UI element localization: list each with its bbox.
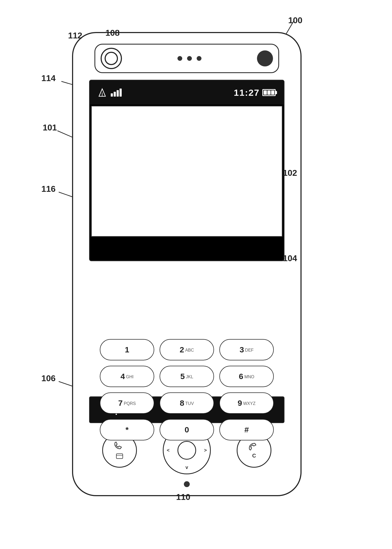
key-4[interactable]: 4 GHI (100, 366, 154, 387)
key-6-sub: MNO (244, 375, 254, 379)
key-hash-main: # (244, 425, 249, 434)
status-bar: 11:27 (90, 81, 284, 105)
nav-arrow-left[interactable]: < (167, 448, 170, 453)
screen-content-area (91, 106, 282, 237)
key-2-main: 2 (180, 345, 184, 354)
call-icon (113, 441, 126, 452)
label-104: 104 (283, 253, 297, 263)
key-star[interactable]: * (100, 419, 154, 440)
key-5[interactable]: 5 JKL (160, 366, 214, 387)
battery-seg-2 (267, 90, 271, 95)
label-101: 101 (43, 123, 57, 133)
key-8-sub: TUV (185, 401, 194, 406)
camera-inner (105, 52, 118, 65)
key-1[interactable]: 1 (100, 339, 154, 360)
end-icon (247, 442, 261, 453)
speaker-dot-3 (197, 56, 201, 61)
phone-screen: 11:27 (89, 80, 284, 261)
key-4-main: 4 (120, 372, 125, 381)
label-110: 110 (176, 492, 190, 502)
time-area: 11:27 (234, 87, 276, 98)
c-label: C (252, 453, 256, 459)
phone-body: 11:27 Options Select Back (72, 32, 302, 496)
diagram-container: 11:27 Options Select Back (0, 0, 392, 549)
key-8[interactable]: 8 TUV (160, 392, 214, 414)
key-5-sub: JKL (186, 375, 193, 379)
key-5-main: 5 (180, 372, 185, 381)
phone-top-area (94, 44, 279, 73)
key-0[interactable]: 0 (160, 419, 214, 440)
camera-lens (101, 48, 122, 69)
nav-arrow-right[interactable]: > (204, 448, 207, 453)
microphone-dot (184, 481, 190, 487)
key-1-main: 1 (125, 345, 129, 354)
label-114: 114 (41, 73, 56, 83)
top-button-right (257, 50, 273, 66)
key-7-sub: PQRS (124, 401, 136, 406)
key-hash[interactable]: # (219, 419, 274, 440)
key-3[interactable]: 3 DEF (219, 339, 274, 360)
svg-rect-22 (116, 454, 123, 459)
key-2[interactable]: 2 ABC (160, 339, 214, 360)
speaker-dot-1 (177, 56, 182, 61)
nav-center-button[interactable] (177, 441, 196, 460)
key-7-main: 7 (118, 399, 123, 408)
speaker-dot-2 (187, 56, 192, 61)
battery-seg-3 (271, 90, 274, 95)
key-8-main: 8 (180, 399, 184, 408)
label-106: 106 (41, 373, 56, 383)
key-4-sub: GHI (126, 375, 133, 379)
label-116: 116 (41, 184, 56, 194)
time-display: 11:27 (234, 87, 260, 98)
key-0-main: 0 (185, 425, 189, 434)
key-star-main: * (125, 425, 129, 434)
speaker-dots (127, 56, 252, 61)
key-9-main: 9 (238, 399, 242, 408)
signal-antenna-icon (98, 88, 108, 97)
key-3-main: 3 (240, 345, 244, 354)
signal-bars (111, 89, 122, 97)
key-9-sub: WXYZ (243, 401, 255, 406)
battery-seg-1 (264, 90, 267, 95)
nav-arrow-down[interactable]: v (185, 465, 188, 470)
label-112: 112 (68, 31, 82, 41)
label-108: 108 (105, 28, 120, 38)
key-6-main: 6 (239, 372, 243, 381)
key-7[interactable]: 7 PQRS (100, 392, 154, 414)
call-sub-icon (116, 453, 124, 459)
signal-area (98, 88, 122, 97)
key-9[interactable]: 9 WXYZ (219, 392, 274, 414)
label-102: 102 (283, 168, 297, 178)
keypad: 1 2 ABC 3 DEF 4 GHI 5 JKL 6 MNO (100, 339, 274, 440)
key-3-sub: DEF (245, 348, 254, 353)
key-6[interactable]: 6 MNO (219, 366, 274, 387)
battery-icon (262, 89, 276, 96)
key-2-sub: ABC (185, 348, 194, 353)
label-100: 100 (288, 15, 302, 25)
